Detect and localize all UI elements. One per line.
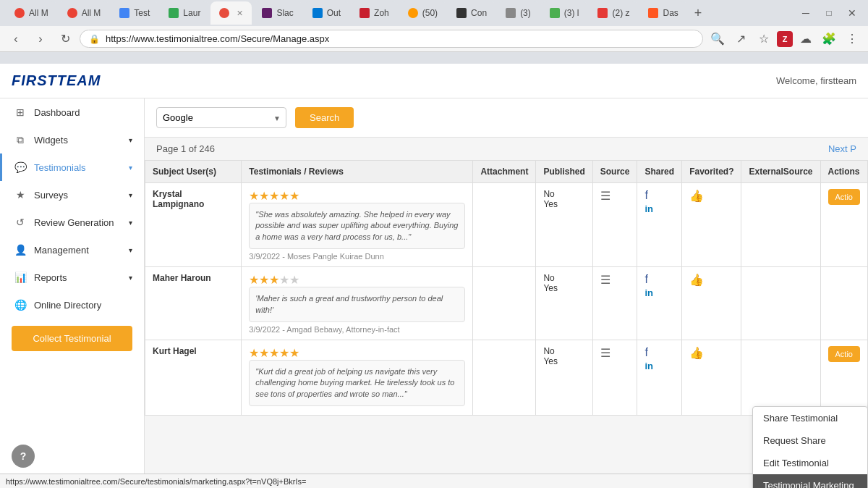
subject-name-2: Maher Haroun [153,273,234,283]
facebook-icon-1: f [644,189,674,202]
source-filter-select[interactable]: Google Zillow [156,107,286,128]
action-button-1[interactable]: Actio [828,189,860,205]
action-button-3[interactable]: Actio [828,346,860,362]
sidebar-item-testimonials[interactable]: 💬 Testimonials ▾ [0,153,144,181]
col-actions: Actions [820,161,867,183]
cloud-icon[interactable]: ☁ [796,29,816,49]
pagination-text: Page 1 of 246 [156,143,215,154]
tab-active[interactable]: ✕ [210,1,252,25]
linkedin-icon-2: in [644,287,674,298]
review-quote-3: "Kurt did a great job of helping us navi… [249,360,465,406]
tab-close-icon[interactable]: ✕ [237,9,243,18]
tab-2z[interactable]: (2) z [589,1,638,25]
stars-3: ★★★★★ [249,346,465,360]
tab-gmail1[interactable]: All M [6,1,57,25]
context-menu-edit-testimonial[interactable]: Edit Testimonial [753,452,867,474]
sidebar-item-management[interactable]: 👤 Management ▾ [0,236,144,264]
col-testimonials: Testimonials / Reviews [242,161,473,183]
new-tab-button[interactable]: + [689,6,708,21]
facebook-icon-2: f [644,273,674,286]
tab-das[interactable]: Das [639,1,686,25]
minimize-button[interactable]: ─ [796,3,816,23]
search-button[interactable]: Search [295,107,354,128]
cell-external-3 [741,340,820,415]
sidebar-item-reports[interactable]: 📊 Reports ▾ [0,264,144,291]
cell-attachment-1 [473,183,536,267]
sidebar-label-dashboard: Dashboard [34,107,80,118]
app-logo: FIRSTTEAM [12,72,101,89]
review-quote-1: "She was absolutely amazing. She helped … [249,203,465,249]
close-window-button[interactable]: ✕ [842,3,862,23]
bookmark-icon[interactable]: ☆ [754,29,774,49]
linkedin-icon-1: in [644,203,674,214]
sidebar-item-dashboard[interactable]: ⊞ Dashboard [0,98,144,126]
sidebar-label-online-directory: Online Directory [34,300,101,311]
share-icon[interactable]: ↗ [731,29,751,49]
url-input[interactable]: https://www.testimonialtree.com/Secure/M… [106,33,694,44]
extensions-icon[interactable]: 🧩 [819,29,839,49]
context-menu-request-share[interactable]: Request Share [753,429,867,452]
table-row: Krystal Lampignano ★★★★★ "She was absolu… [145,183,868,267]
review-author-2: 3/9/2022 - Amgad Bebawy, Attorney-in-fac… [249,325,465,334]
social-icons-3: f in [644,346,674,371]
welcome-text: Welcome, firstteam [776,75,856,86]
context-menu-share-testimonial[interactable]: Share Testimonial [753,407,867,429]
tab-gmail2[interactable]: All M [59,1,110,25]
search-icon[interactable]: 🔍 [707,29,728,49]
cell-review-1: ★★★★★ "She was absolutely amazing. She h… [242,183,473,267]
sidebar-item-widgets[interactable]: ⧉ Widgets ▾ [0,126,144,153]
tab-3a[interactable]: (3) [497,1,540,25]
sidebar-item-review-generation[interactable]: ↺ Review Generation ▾ [0,209,144,236]
facebook-icon-3: f [644,346,674,359]
context-menu: Share Testimonial Request Share Edit Tes… [752,406,868,488]
menu-icon[interactable]: ⋮ [842,29,862,49]
widgets-icon: ⧉ [14,133,27,146]
tab-zoho[interactable]: Zoh [351,1,398,25]
browser-toolbar: ‹ › ↻ 🔒 https://www.testimonialtree.com/… [0,26,868,52]
refresh-button[interactable]: ↻ [55,29,75,49]
cell-action-1: Actio [820,183,867,267]
stars-1: ★★★★★ [249,189,465,203]
reports-icon: 📊 [14,271,27,284]
tab-3b[interactable]: (3) l [541,1,588,25]
col-attachment: Attachment [473,161,536,183]
col-external-source: ExternalSource [741,161,820,183]
subject-name-3: Kurt Hagel [153,346,234,356]
sidebar-item-surveys[interactable]: ★ Surveys ▾ [0,181,144,209]
tab-con[interactable]: Con [448,1,495,25]
status-url: https://www.testimonialtree.com/Secure/t… [6,477,804,486]
review-author-1: 3/9/2022 - Moses Pangle Kuirae Dunn [249,252,465,261]
back-button[interactable]: ‹ [6,29,26,49]
tab-laur[interactable]: Laur [160,1,209,25]
tab-slack[interactable]: Slac [253,1,302,25]
thumbs-up-icon-2: 👍 [689,274,704,286]
status-bar: https://www.testimonialtree.com/Secure/t… [0,474,868,488]
reports-arrow: ▾ [129,274,132,282]
sidebar-label-surveys: Surveys [34,190,68,201]
forward-button[interactable]: › [30,29,51,49]
stars-2: ★★★★★ [249,273,465,287]
tab-test[interactable]: Test [111,1,158,25]
review-generation-icon: ↺ [14,216,27,229]
col-published: Published [536,161,592,183]
tab-outlook[interactable]: Out [304,1,349,25]
surveys-icon: ★ [14,188,27,201]
col-favorited: Favorited? [682,161,741,183]
cell-review-3: ★★★★★ "Kurt did a great job of helping u… [242,340,473,415]
widgets-arrow: ▾ [129,136,132,144]
cell-source-2: ☰ [592,267,637,340]
tab-rss[interactable]: (50) [399,1,446,25]
zoho-extension-icon[interactable]: Z [777,31,793,47]
sidebar-item-online-directory[interactable]: 🌐 Online Directory [0,291,144,319]
published-no-2: No [543,273,584,283]
table-header-row: Subject User(s) Testimonials / Reviews A… [145,161,868,183]
collect-testimonial-button[interactable]: Collect Testimonial [12,326,132,351]
published-no-1: No [543,189,584,199]
restore-button[interactable]: □ [819,3,839,23]
cell-published-2: No Yes [536,267,592,340]
sidebar-label-widgets: Widgets [34,135,68,146]
next-page-button[interactable]: Next P [828,143,856,154]
subject-name-1: Krystal Lampignano [153,189,234,209]
context-menu-testimonial-marketing[interactable]: Testimonial Marketing [753,474,867,488]
list-icon-1: ☰ [600,190,610,202]
